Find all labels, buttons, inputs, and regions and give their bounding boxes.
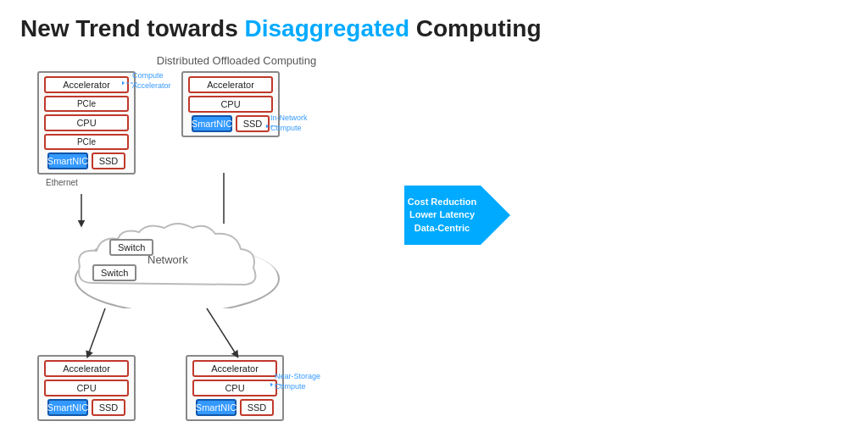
top-center-server: Accelerator CPU SmartNIC SSD In-NetworkC… (181, 71, 280, 137)
cpu-box-bl: CPU (44, 380, 129, 396)
diagram-area: Distributed Offloaded Computing Accelera… (20, 54, 848, 419)
arrow-body: Cost Reduction Lower Latency Data-Centri… (404, 186, 481, 245)
ssd-box-bl: SSD (92, 399, 125, 416)
bottom-row-bl: SmartNIC SSD (47, 399, 125, 416)
accelerator-box-bl: Accelerator (44, 360, 129, 377)
accelerator-box-tl: Accelerator (44, 76, 129, 93)
title-highlight: Disaggregated (245, 15, 410, 42)
slide: New Trend towards Disaggregated Computin… (0, 0, 868, 438)
server-unit-top-left: Accelerator PCIe CPU PCIe SmartNIC SSD (37, 71, 136, 175)
svg-line-17 (207, 308, 236, 355)
title-before: New Trend towards (20, 15, 245, 42)
cpu-box-tl: CPU (44, 114, 129, 131)
cpu-box-tc: CPU (188, 96, 273, 113)
cpu-box-bc: CPU (192, 380, 277, 396)
accelerator-box-bc: Accelerator (192, 360, 277, 377)
bottom-center-server: Accelerator CPU SmartNIC SSD Near-Storag… (186, 355, 284, 421)
smartnic-box-bc: SmartNIC (196, 399, 236, 416)
server-unit-bc: Accelerator CPU SmartNIC SSD (186, 355, 284, 421)
top-left-server: Accelerator PCIe CPU PCIe SmartNIC SSD C… (37, 71, 136, 187)
arrow-line2: Lower Latency (409, 208, 475, 221)
pcie-box-tl: PCIe (44, 96, 129, 112)
arrow-line1: Cost Reduction (408, 196, 476, 208)
direction-arrow: Cost Reduction Lower Latency Data-Centri… (410, 186, 504, 245)
bottom-row-bc: SmartNIC SSD (196, 399, 274, 416)
network-cloud-left: Network Switch Switch (67, 215, 287, 312)
smartnic-box-tl: SmartNIC (47, 152, 88, 169)
pcie-box-tl2: PCIe (44, 134, 129, 150)
ethernet-label: Ethernet (46, 178, 136, 187)
ssd-box-tl: SSD (92, 152, 125, 169)
server-unit-bl: Accelerator CPU SmartNIC SSD (37, 355, 136, 421)
slide-title: New Trend towards Disaggregated Computin… (20, 15, 848, 42)
arrow-head (481, 186, 510, 245)
bottom-left-server: Accelerator CPU SmartNIC SSD (37, 355, 136, 421)
in-network-annotation: In-NetworkCompute (270, 114, 326, 133)
arrow-line3: Data-Centric (415, 222, 470, 235)
server-unit-top-center: Accelerator CPU SmartNIC SSD (181, 71, 280, 137)
left-section-label: Distributed Offloaded Computing (20, 54, 453, 67)
ssd-box-tc: SSD (236, 115, 270, 132)
accelerator-box-tc: Accelerator (188, 76, 273, 93)
svg-line-16 (88, 308, 105, 355)
smartnic-box-bl: SmartNIC (47, 399, 88, 416)
near-storage-annotation: Near-StorageCompute (275, 372, 334, 391)
network-label: Network (147, 253, 188, 266)
bottom-row-tl: SmartNIC SSD (47, 152, 125, 169)
left-side: Distributed Offloaded Computing Accelera… (20, 54, 453, 419)
arrow-text: Cost Reduction Lower Latency Data-Centri… (404, 186, 481, 245)
smartnic-box-tc: SmartNIC (192, 115, 232, 132)
ssd-box-bc: SSD (240, 399, 274, 416)
bottom-row-tc: SmartNIC SSD (192, 115, 270, 132)
title-after: Computing (409, 15, 542, 42)
switch-box-2: Switch (92, 264, 136, 281)
switch-box-1: Switch (109, 239, 153, 256)
